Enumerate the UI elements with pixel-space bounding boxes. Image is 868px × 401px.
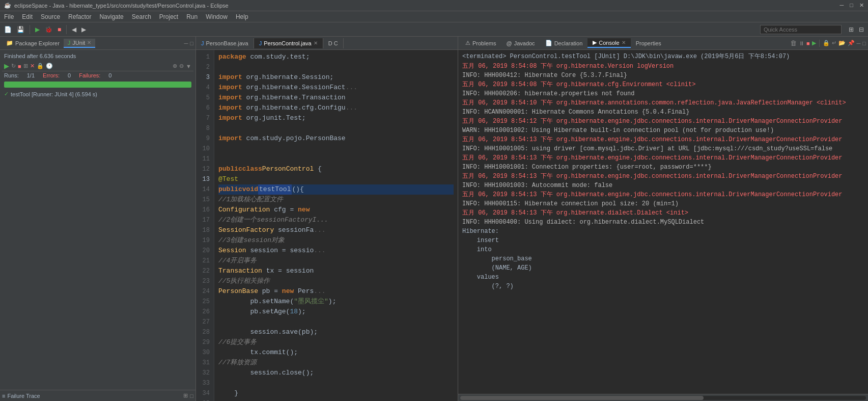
left-panel-actions: ─ □ (184, 40, 193, 46)
scrollbar-track (460, 396, 866, 400)
console-line-18: Hibernate: (462, 227, 864, 236)
scroll-lock-console[interactable]: 🔒 (823, 40, 830, 46)
pause-console-button[interactable]: ⏸ (799, 40, 804, 46)
tab-dc[interactable]: D C (323, 38, 344, 48)
ln-19: 19 (200, 235, 210, 246)
maximize-right-button[interactable]: □ (862, 40, 866, 46)
expand-all-button[interactable]: ⊕ (173, 63, 177, 69)
tab-console[interactable]: ▶ Console ✕ (587, 38, 630, 48)
test-item-testTool[interactable]: ✓ testTool [Runner: JUnit 4] (6.594 s) (2, 90, 193, 98)
progress-bar-container (4, 82, 191, 88)
menu-file[interactable]: File (0, 12, 18, 21)
editor-tabs: J PersonBase.java J PersonControl.java ✕… (196, 37, 458, 50)
ln-31: 31 (200, 358, 210, 368)
code-line-31: //7释放资源 (218, 358, 454, 368)
menu-search[interactable]: Search (128, 12, 155, 21)
console-line-7: WARN: HHH10001002: Using Hibernate built… (462, 126, 864, 135)
new-frame-button[interactable]: ⊞ (183, 392, 188, 399)
console-line-5: INFO: HCANN000001: Hibernate Commons Ann… (462, 108, 864, 117)
new-button[interactable]: 📄 (2, 25, 14, 34)
history-button[interactable]: 🕐 (46, 63, 53, 69)
quick-access-input[interactable] (760, 25, 842, 34)
console-scrollbar-horizontal[interactable] (458, 394, 868, 401)
tab-personbase[interactable]: J PersonBase.java (196, 38, 254, 48)
line-numbers: 1 2 3 4 5 6 7 8 9 10 11 12 13 14 15 16 1… (196, 50, 214, 401)
menu-source[interactable]: Source (37, 12, 64, 21)
minimize-panel-button[interactable]: ─ (184, 40, 188, 46)
tab-personcontrol[interactable]: J PersonControl.java ✕ (254, 38, 323, 48)
tab-junit[interactable]: J JUnit ✕ (64, 39, 96, 48)
scroll-lock-button[interactable]: 🔒 (37, 63, 44, 69)
tab-declaration[interactable]: 📄 Declaration (540, 39, 588, 47)
maximize-button[interactable]: □ (850, 2, 853, 9)
run-console-button[interactable]: ▶ (812, 40, 816, 46)
code-content[interactable]: package com.study.test; import org.hiber… (214, 50, 458, 401)
open-file-button[interactable]: 📂 (838, 40, 846, 46)
console-terminated: <terminated> PersonControl.testTool [JUn… (462, 52, 864, 61)
code-line-12: public class PersonControl { (218, 164, 454, 174)
toggle-layout-button[interactable]: ⊞ (23, 63, 28, 69)
rerun-failed-button[interactable]: ↻ (11, 63, 16, 69)
tab-problems[interactable]: ⚠ Problems (460, 39, 501, 47)
console-tab-close[interactable]: ✕ (622, 40, 626, 45)
menu-project[interactable]: Project (155, 12, 182, 21)
clear-console-button[interactable]: 🗑 (790, 39, 797, 47)
maximize-panel-button[interactable]: □ (190, 40, 193, 46)
pin-console-button[interactable]: 📌 (848, 40, 855, 46)
toolbar: 📄 💾 ▶ 🐞 ■ ◀ ▶ ⊞ ⊟ (0, 22, 868, 37)
menu-run[interactable]: Run (182, 12, 202, 21)
minimize-right-button[interactable]: ─ (857, 40, 861, 46)
menu-help[interactable]: Help (232, 12, 253, 21)
stop-console-button[interactable]: ■ (806, 40, 810, 46)
expand-button[interactable]: □ (190, 392, 193, 399)
console-line-8: 五月 06, 2019 8:54:13 下午 org.hibernate.eng… (462, 135, 864, 144)
ln-13: 13 (200, 174, 210, 184)
code-area[interactable]: 1 2 3 4 5 6 7 8 9 10 11 12 13 14 15 16 1… (196, 50, 458, 401)
debug-button[interactable]: 🐞 (43, 25, 54, 34)
menu-window[interactable]: Window (202, 12, 232, 21)
console-line-22: (NAME, AGE) (462, 263, 864, 273)
save-button[interactable]: 💾 (15, 25, 26, 34)
word-wrap-button[interactable]: ↵ (832, 40, 836, 46)
personcontrol-tab-close[interactable]: ✕ (314, 40, 318, 46)
stop-tests-button[interactable]: ■ (18, 63, 21, 69)
back-button[interactable]: ◀ (70, 25, 78, 34)
console-line-11: INFO: HHH10001001: Connection properties… (462, 163, 864, 172)
menu-navigate[interactable]: Navigate (95, 12, 127, 21)
failure-trace-text: Failure Trace (7, 393, 40, 399)
menu-edit[interactable]: Edit (18, 12, 37, 21)
collapse-all-button[interactable]: ⊖ (179, 63, 184, 69)
ln-11: 11 (200, 154, 210, 164)
ln-17: 17 (200, 215, 210, 225)
show-failures-button[interactable]: ✕ (30, 63, 35, 69)
layout-button[interactable]: ⊟ (857, 25, 866, 34)
code-line-15: //1加载核心配置文件 (218, 195, 454, 205)
console-line-17: INFO: HHH000400: Using dialect: org.hibe… (462, 218, 864, 227)
code-line-30: tx.commit(); (218, 347, 454, 358)
perspective-button[interactable]: ⊞ (847, 25, 856, 34)
console-line-23: values (462, 273, 864, 282)
menu-refactor[interactable]: Refactor (64, 12, 95, 21)
ln-34: 34 (200, 388, 210, 398)
code-line-17: //2创建一个sessionFactoryI... (218, 215, 454, 225)
junit-tab-close[interactable]: ✕ (87, 40, 91, 45)
console-line-0: 五月 06, 2019 8:54:08 下午 org.hibernate.Ver… (462, 62, 864, 71)
run-button[interactable]: ▶ (33, 25, 42, 34)
stop-button[interactable]: ■ (55, 25, 63, 34)
tab-properties[interactable]: Properties (631, 39, 666, 47)
ln-24: 24 (200, 286, 210, 297)
scrollbar-thumb[interactable] (460, 396, 704, 400)
tab-package-explorer[interactable]: 📁 Package Explorer (2, 39, 64, 47)
code-line-28: session.save(pb); (218, 327, 454, 337)
code-line-14: public void testTool(){ (218, 184, 454, 195)
tab-javadoc[interactable]: @ Javadoc (501, 39, 540, 47)
minimize-button[interactable]: ─ (840, 2, 844, 9)
rerun-button[interactable]: ▶ (4, 62, 9, 70)
code-line-13: @Test (218, 174, 454, 184)
close-button[interactable]: ✕ (859, 2, 864, 9)
code-line-7: import org.junit.Test; (218, 113, 454, 123)
ln-1: 1 (200, 52, 210, 62)
console-line-24: (?, ?) (462, 282, 864, 291)
forward-button[interactable]: ▶ (79, 25, 88, 34)
more-options-button[interactable]: ▼ (186, 63, 191, 69)
